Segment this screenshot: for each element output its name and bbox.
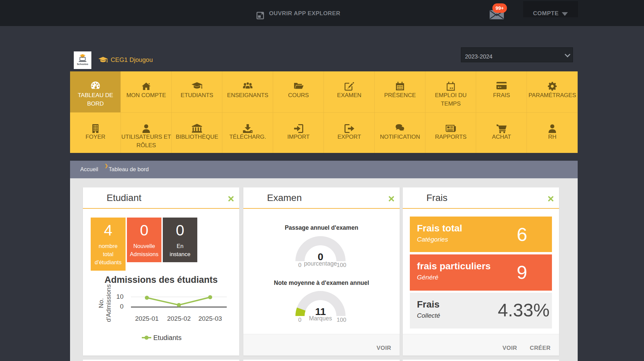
- svg-text:10: 10: [116, 293, 124, 300]
- svg-text:100: 100: [337, 262, 346, 268]
- svg-text:100: 100: [337, 317, 346, 323]
- svg-text:0: 0: [298, 317, 301, 323]
- svg-text:pourcentage: pourcentage: [304, 260, 337, 267]
- svg-text:Marques: Marques: [309, 315, 332, 322]
- svg-text:2025-02: 2025-02: [167, 315, 191, 322]
- svg-text:0: 0: [120, 303, 124, 310]
- svg-text:2025-01: 2025-01: [135, 315, 159, 322]
- svg-text:2025-03: 2025-03: [198, 315, 222, 322]
- svg-text:Etudiants: Etudiants: [153, 334, 181, 341]
- svg-text:Schooloo: Schooloo: [77, 63, 88, 65]
- svg-text:0: 0: [298, 262, 301, 268]
